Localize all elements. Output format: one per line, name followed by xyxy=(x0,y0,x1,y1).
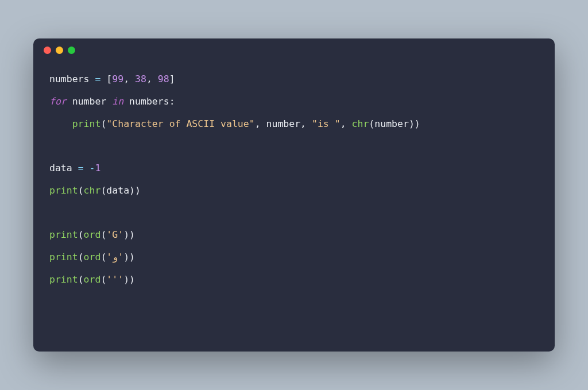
code-token: 'G' xyxy=(106,229,123,240)
code-token: , xyxy=(146,74,158,84)
code-token: ord xyxy=(84,274,101,285)
code-token: ( xyxy=(100,118,106,129)
code-line: print("Character of ASCII value", number… xyxy=(49,113,539,136)
code-token: in xyxy=(112,96,123,107)
code-token: numbers: xyxy=(123,96,175,107)
code-token: , xyxy=(123,74,135,84)
code-token: )) xyxy=(123,229,135,240)
code-token: print xyxy=(49,252,78,262)
code-token: (data)) xyxy=(100,185,141,196)
code-line: numbers = [99, 38, 98] xyxy=(49,68,539,91)
code-line: print(ord(''')) xyxy=(49,269,539,291)
code-token: ( xyxy=(100,274,106,285)
code-token: "Character of ASCII value" xyxy=(106,118,254,129)
code-line xyxy=(49,202,539,225)
code-line xyxy=(49,135,539,157)
code-token: print xyxy=(72,118,101,129)
code-token: )) xyxy=(123,252,135,262)
code-token: 98 xyxy=(158,74,169,84)
code-token: ( xyxy=(78,252,84,262)
code-token: (number)) xyxy=(369,118,420,129)
code-line: print(chr(data)) xyxy=(49,180,539,202)
code-token: print xyxy=(49,229,78,240)
code-token: = xyxy=(95,74,100,84)
code-token: - xyxy=(90,163,95,173)
code-token: )) xyxy=(123,274,135,285)
code-token: 99 xyxy=(112,74,123,84)
code-content: numbers = [99, 38, 98]for number in numb… xyxy=(33,61,555,307)
close-icon[interactable] xyxy=(44,47,51,54)
code-token: chr xyxy=(352,118,369,129)
code-token: ( xyxy=(100,252,106,262)
window-titlebar xyxy=(33,38,555,61)
code-line: for number in numbers: xyxy=(49,91,539,113)
code-token: print xyxy=(49,274,78,285)
code-token: "is " xyxy=(312,118,341,129)
code-line: data = -1 xyxy=(49,157,539,180)
code-token: ''' xyxy=(106,274,123,285)
code-window: numbers = [99, 38, 98]for number in numb… xyxy=(33,38,555,352)
code-token: ( xyxy=(78,274,84,285)
code-token: [ xyxy=(100,74,112,84)
minimize-icon[interactable] xyxy=(56,47,63,54)
code-token: chr xyxy=(84,185,101,196)
code-token: for xyxy=(49,96,67,107)
code-token: ( xyxy=(78,229,84,240)
code-token: 1 xyxy=(95,163,100,173)
code-token: , number, xyxy=(255,118,312,129)
code-token: = xyxy=(78,163,84,173)
code-token: number xyxy=(67,96,112,107)
code-token: ] xyxy=(169,74,175,84)
code-token: print xyxy=(49,185,78,196)
code-line: print(ord('و')) xyxy=(49,246,539,269)
code-token: data xyxy=(49,163,78,173)
code-token: 'و' xyxy=(106,252,123,262)
code-token: numbers xyxy=(49,74,95,84)
code-token xyxy=(49,118,72,129)
maximize-icon[interactable] xyxy=(68,47,75,54)
code-token: ord xyxy=(84,252,101,262)
code-token: , xyxy=(341,118,352,129)
code-token: ( xyxy=(78,185,84,196)
code-token: 38 xyxy=(135,74,146,84)
code-token xyxy=(84,163,90,173)
code-line: print(ord('G')) xyxy=(49,224,539,246)
code-token: ( xyxy=(100,229,106,240)
code-token: ord xyxy=(84,229,101,240)
